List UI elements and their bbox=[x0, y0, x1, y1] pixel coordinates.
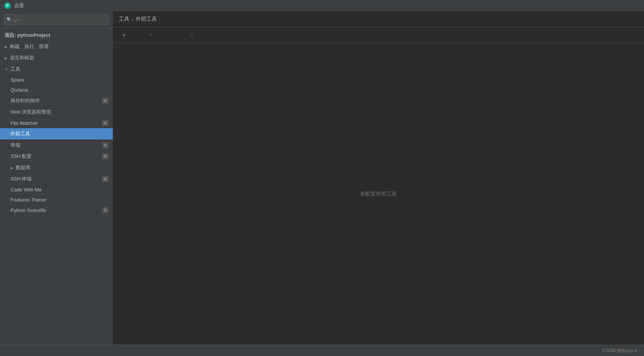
move-up-button[interactable]: ↑ bbox=[159, 30, 170, 39]
sidebar-item-tools[interactable]: ▼ 工具 bbox=[0, 64, 113, 75]
title-bar-text: 设置 bbox=[14, 2, 24, 9]
sidebar-item-qodana[interactable]: Qodana bbox=[0, 85, 113, 95]
main-content: 🔍 项目: pythonProject ▶ 构建、执行、部署 ▶ 语言和框架 ▼… bbox=[0, 11, 644, 345]
toolbar: + − ✎ ↑ ↓ ⎘ bbox=[113, 27, 644, 43]
settings-badge: ⊞ bbox=[102, 120, 108, 126]
sidebar-item-lang[interactable]: ▶ 语言和框架 bbox=[0, 52, 113, 64]
sidebar-item-code-with-me[interactable]: Code With Me bbox=[0, 185, 113, 195]
svg-text:P: P bbox=[6, 3, 9, 8]
sidebar-item-label: Space bbox=[11, 77, 108, 83]
move-down-button[interactable]: ↓ bbox=[173, 30, 184, 39]
sidebar-item-ssh-config[interactable]: SSH 配置 ⊞ bbox=[0, 151, 113, 162]
sidebar-item-label: 工具 bbox=[11, 66, 108, 73]
settings-badge: ⊞ bbox=[102, 153, 108, 159]
settings-badge: ⊞ bbox=[102, 176, 108, 182]
chevron-right-icon: ▶ bbox=[5, 56, 8, 60]
sidebar-item-web-browser[interactable]: Web 浏览器和预览 bbox=[0, 106, 113, 118]
sidebar-item-label: SSH 配置 bbox=[11, 153, 102, 160]
sidebar-item-label: 构建、执行、部署 bbox=[10, 43, 108, 50]
chevron-down-icon: ▼ bbox=[5, 67, 8, 71]
sidebar-item-features-trainer[interactable]: Features Trainer bbox=[0, 195, 113, 205]
breadcrumb-parent: 工具 bbox=[119, 16, 129, 23]
title-bar: P 设置 bbox=[0, 0, 644, 11]
search-container: 🔍 bbox=[0, 11, 113, 28]
sidebar-item-terminal[interactable]: 终端 ⊞ bbox=[0, 139, 113, 151]
sidebar-item-label: SSH 终端 bbox=[11, 176, 102, 182]
sidebar-item-external-tools[interactable]: 外部工具 bbox=[0, 128, 113, 139]
sidebar-item-database[interactable]: ▶ 数据库 bbox=[0, 162, 113, 173]
sidebar-item-python-scientific[interactable]: Python Scientific ⊞ bbox=[0, 205, 113, 215]
chevron-right-icon: ▶ bbox=[11, 166, 14, 170]
app-logo: P bbox=[4, 2, 11, 9]
empty-message: 未配置外部工具 bbox=[360, 191, 397, 197]
add-button[interactable]: + bbox=[119, 30, 129, 39]
project-label: 项目: pythonProject bbox=[0, 28, 113, 41]
sidebar-item-label: Web 浏览器和预览 bbox=[11, 109, 108, 115]
right-panel: 工具 › 外部工具 + − ✎ ↑ ↓ ⎘ 未配置外部工具 bbox=[113, 11, 644, 345]
sidebar-item-label: 终端 bbox=[11, 142, 102, 148]
sidebar-item-label: 语言和框架 bbox=[10, 55, 108, 61]
sidebar-item-label: Features Trainer bbox=[11, 197, 108, 203]
breadcrumb: 工具 › 外部工具 bbox=[113, 11, 644, 27]
settings-badge: ⊞ bbox=[102, 207, 108, 213]
settings-badge: ⊞ bbox=[102, 142, 108, 148]
sidebar-item-save-actions[interactable]: 保存时的操作 ⊞ bbox=[0, 95, 113, 106]
sidebar-list: ▶ 构建、执行、部署 ▶ 语言和框架 ▼ 工具 Space Qodana bbox=[0, 41, 113, 345]
sidebar-item-label: Qodana bbox=[11, 87, 108, 93]
copy-button[interactable]: ⎘ bbox=[187, 30, 197, 39]
sidebar-item-file-watcher[interactable]: File Watcher ⊞ bbox=[0, 118, 113, 128]
search-icon: 🔍 bbox=[6, 17, 12, 22]
sidebar-item-label: 保存时的操作 bbox=[11, 97, 102, 104]
breadcrumb-separator: › bbox=[132, 16, 134, 22]
search-input[interactable] bbox=[4, 14, 109, 25]
settings-badge: ⊞ bbox=[102, 98, 108, 104]
sidebar-item-label: 数据库 bbox=[16, 164, 108, 171]
sidebar-item-ssh-terminal[interactable]: SSH 终端 ⊞ bbox=[0, 173, 113, 185]
sidebar-item-build[interactable]: ▶ 构建、执行、部署 bbox=[0, 41, 113, 52]
chevron-right-icon: ▶ bbox=[5, 45, 8, 49]
search-wrapper: 🔍 bbox=[4, 14, 109, 25]
sidebar-item-label: Code With Me bbox=[11, 187, 108, 192]
sidebar-item-label: Python Scientific bbox=[11, 208, 102, 213]
remove-button[interactable]: − bbox=[132, 30, 143, 39]
sidebar: 🔍 项目: pythonProject ▶ 构建、执行、部署 ▶ 语言和框架 ▼… bbox=[0, 11, 113, 345]
edit-button[interactable]: ✎ bbox=[146, 30, 156, 39]
bottom-bar: CSDN @Bruce-li... bbox=[0, 345, 644, 356]
sidebar-item-label: File Watcher bbox=[11, 120, 102, 126]
bottom-bar-text: CSDN @Bruce-li... bbox=[603, 348, 640, 353]
content-area: 未配置外部工具 bbox=[113, 43, 644, 345]
sidebar-item-space[interactable]: Space bbox=[0, 75, 113, 85]
breadcrumb-current: 外部工具 bbox=[136, 16, 157, 23]
sidebar-item-label: 外部工具 bbox=[11, 130, 108, 137]
